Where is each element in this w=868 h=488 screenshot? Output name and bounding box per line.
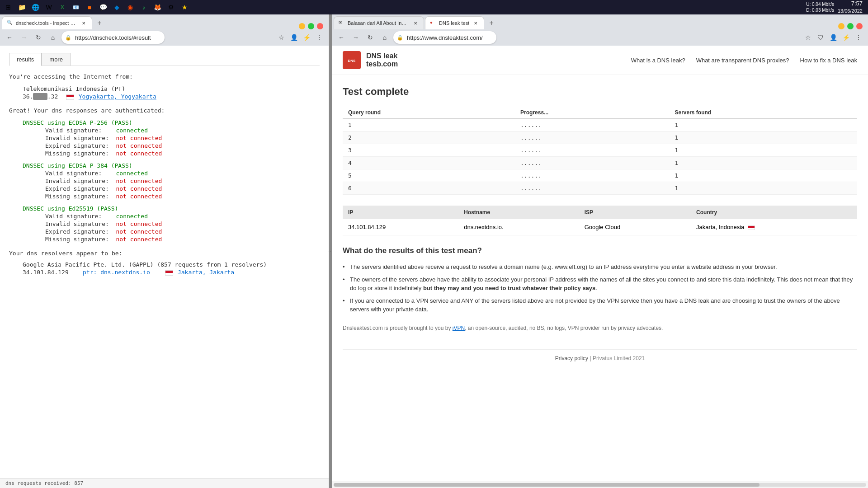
test-complete-title: Test complete (343, 86, 857, 98)
left-reload-button[interactable]: ↻ (33, 32, 44, 43)
site-nav: What is a DNS leak? What are transparent… (631, 57, 857, 64)
taskbar-app4[interactable]: ★ (178, 1, 191, 14)
nav-transparent-proxies[interactable]: What are transparent DNS proxies? (696, 57, 789, 64)
horizontal-scrollbar[interactable] (334, 483, 866, 487)
nav-what-leak[interactable]: What is a DNS leak? (631, 57, 685, 64)
footer: Dnsleaktest.com is proudly brought to yo… (343, 325, 857, 331)
right-tab-2-close[interactable]: ✕ (472, 19, 479, 27)
taskbar-excel[interactable]: X (56, 1, 69, 14)
left-forward-button[interactable]: → (18, 32, 30, 43)
logo-line2: tesb.com (366, 60, 398, 68)
intro-text: You're accessing the Internet from: (9, 73, 320, 80)
round-4: 4 (343, 157, 515, 169)
taskbar-time: 7:57 (851, 0, 863, 8)
query-rounds-table: Query round Progress... Servers found 1 … (343, 107, 857, 195)
right-tab-1[interactable]: ✉ Balasan dari All About Indihom... ✕ (334, 16, 424, 29)
dnssec-3-missing: Missing signature: not connected (9, 236, 320, 243)
right-reload-button[interactable]: ↻ (364, 32, 376, 43)
right-tab-new[interactable]: + (485, 17, 498, 29)
taskbar-right: U: 0.04 Mbit/s D: 0.03 Mbit/s 7:57 13/06… (806, 0, 866, 14)
left-tab-close[interactable]: ✕ (80, 19, 87, 27)
right-close-button[interactable]: ✕ (856, 23, 863, 29)
privatus-text: Privatus Limited 2021 (593, 355, 645, 361)
col-progress: Progress... (515, 107, 669, 119)
right-home-button[interactable]: ⌂ (379, 32, 391, 43)
left-home-button[interactable]: ⌂ (47, 32, 59, 43)
resolver-ip-line: 34.101.84.129 ptr: dns.nextdns.io Jakart… (9, 269, 320, 276)
ip-results-table: IP Hostname ISP Country 34.101.84.129 dn… (343, 206, 857, 235)
nav-how-fix[interactable]: How to fix a DNS leak (800, 57, 857, 64)
taskbar-app2[interactable]: ■ (83, 1, 96, 14)
left-profile-button[interactable]: 👤 (288, 32, 300, 43)
page-footer: Privacy policy | Privatus Limited 2021 (343, 349, 857, 361)
dnssec-2-invalid: Invalid signature: not connected (9, 178, 320, 184)
right-profile-button[interactable]: 👤 (827, 32, 839, 43)
servers-5: 1 (669, 169, 857, 182)
left-bookmark-button[interactable]: ☆ (275, 32, 287, 43)
right-extensions-button[interactable]: ⚡ (840, 32, 852, 43)
left-menu-button[interactable]: ⋮ (313, 32, 325, 43)
privacy-policy-link[interactable]: Privacy policy (555, 355, 588, 361)
indonesia-flag (66, 94, 74, 100)
dnssec-section-3-title: DNSSEC using Ed25519 (PASS) (9, 205, 320, 212)
left-status-bar: dns requests received: 857 (0, 478, 329, 488)
taskbar-vscode[interactable]: ◆ (110, 1, 123, 14)
taskbar-discord[interactable]: 💬 (97, 1, 109, 14)
taskbar-app3[interactable]: ◉ (124, 1, 137, 14)
col-servers-found: Servers found (669, 107, 857, 119)
left-tab-bar: 🔍 dnscheck.tools - inspect your d... ✕ +… (0, 14, 329, 29)
logo-icon: DNS (343, 51, 361, 69)
what-results-list: The servers identified above receive a r… (343, 261, 857, 316)
taskbar-app-icons: ⊞ 📁 🌐 W X 📧 ■ 💬 ◆ ◉ ♪ 🦊 ⚙ ★ (2, 1, 191, 14)
right-maximize-button[interactable]: □ (847, 23, 854, 29)
ip-prefix: 36. (23, 93, 33, 100)
left-address-bar[interactable] (61, 31, 165, 44)
upload-speed: 0.04 Mbit/s (812, 2, 834, 7)
left-back-button[interactable]: ← (4, 32, 15, 43)
left-extensions-button[interactable]: ⚡ (301, 32, 312, 43)
ip-col-header: IP (343, 206, 458, 219)
right-tab-2[interactable]: ● DNS leak test ✕ (425, 16, 484, 29)
left-minimize-button[interactable]: — (299, 23, 305, 29)
table-row: 3 ...... 1 (343, 144, 857, 157)
left-tab-label: dnscheck.tools - inspect your d... (16, 20, 77, 26)
location-link[interactable]: Yogyakarta, Yogyakarta (79, 93, 156, 100)
dns-tab-results[interactable]: results (9, 53, 42, 66)
dnsleaktest-site-header: DNS DNS leak tesb.com What is a DNS leak… (332, 46, 868, 75)
ivpn-link[interactable]: iVPN (453, 325, 465, 331)
taskbar-word[interactable]: W (42, 1, 55, 14)
taskbar-start[interactable]: ⊞ (2, 1, 14, 14)
left-tab-active[interactable]: 🔍 dnscheck.tools - inspect your d... ✕ (2, 16, 92, 29)
resolver-ptr[interactable]: ptr: dns.nextdns.io (83, 269, 150, 276)
left-close-button[interactable]: ✕ (317, 23, 323, 29)
right-minimize-button[interactable]: — (838, 23, 844, 29)
right-back-button[interactable]: ← (335, 32, 347, 43)
taskbar-browser1[interactable]: 🌐 (29, 1, 42, 14)
taskbar-firefox[interactable]: 🦊 (151, 1, 164, 14)
right-menu-button[interactable]: ⋮ (853, 32, 864, 43)
taskbar-date: 13/06/2022 (838, 8, 863, 14)
resolver-location[interactable]: Jakarta, Jakarta (178, 269, 234, 276)
right-scroll-bar[interactable] (332, 481, 868, 488)
left-maximize-button[interactable]: □ (308, 23, 314, 29)
right-forward-button[interactable]: → (350, 32, 362, 43)
left-tab-new[interactable]: + (93, 17, 106, 29)
taskbar-settings[interactable]: ⚙ (165, 1, 177, 14)
table-row: 5 ...... 1 (343, 169, 857, 182)
taskbar-outlook[interactable]: 📧 (70, 1, 82, 14)
right-shield-button[interactable]: 🛡 (815, 32, 826, 43)
upload-label: U: (806, 2, 811, 7)
table-row: 6 ...... 1 (343, 182, 857, 195)
col-query-round: Query round (343, 107, 515, 119)
taskbar-files[interactable]: 📁 (15, 1, 28, 14)
right-bookmark-button[interactable]: ☆ (802, 32, 814, 43)
right-tab-1-close[interactable]: ✕ (412, 19, 419, 27)
right-address-bar[interactable] (393, 31, 496, 44)
right-tab-1-label: Balasan dari All About Indihom... (348, 20, 409, 26)
servers-3: 1 (669, 144, 857, 157)
what-results-title: What do the results of this test mean? (343, 246, 857, 255)
dns-tab-more[interactable]: more (42, 53, 71, 66)
taskbar-spotify[interactable]: ♪ (137, 1, 150, 14)
dnssec-3-expired: Expired signature: not connected (9, 228, 320, 235)
progress-5: ...... (515, 169, 669, 182)
